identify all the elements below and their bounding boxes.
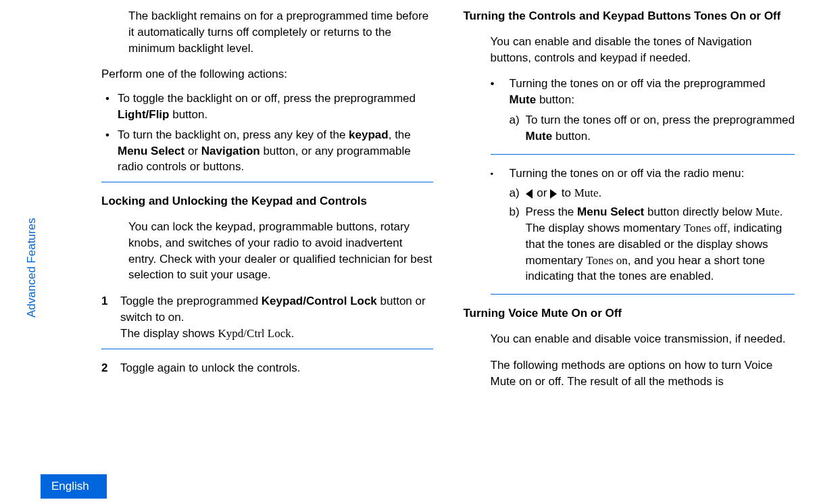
divider [491, 154, 795, 155]
step-number: 1 [101, 293, 120, 341]
bullet-icon: • [101, 91, 118, 123]
sub-step-letter: a) [510, 112, 526, 145]
page-content: The backlight remains on for a preprogra… [0, 0, 815, 504]
actions-list: • To toggle the backlight on or off, pre… [101, 91, 433, 175]
perform-intro: Perform one of the following actions: [101, 66, 433, 82]
step-item: 1 Toggle the preprogrammed Keypad/Contro… [101, 293, 433, 341]
list-item: • To toggle the backlight on or off, pre… [101, 91, 433, 123]
backlight-note: The backlight remains on for a preprogra… [128, 8, 433, 56]
section-heading: Turning Voice Mute On or Off [464, 305, 795, 322]
step-text: Toggle the preprogrammed Keypad/Control … [120, 293, 433, 341]
left-arrow-icon [526, 189, 533, 199]
section-heading: Turning the Controls and Keypad Buttons … [464, 8, 795, 24]
sub-step-letter: a) [510, 185, 526, 201]
bullet-icon: • [491, 166, 510, 288]
divider [101, 182, 433, 182]
left-column: The backlight remains on for a preprogra… [101, 0, 433, 504]
right-column: Turning the Controls and Keypad Buttons … [464, 0, 795, 504]
right-arrow-icon [550, 189, 557, 199]
method-list: • Turning the tones on or off via the pr… [491, 76, 795, 147]
voice-intro: You can enable and disable voice transmi… [491, 331, 795, 347]
list-item: • To turn the backlight on, press any ke… [101, 127, 433, 175]
step-item: 2 Toggle again to unlock the controls. [101, 360, 433, 376]
divider [491, 294, 795, 295]
section-heading: Locking and Unlocking the Keypad and Con… [101, 193, 433, 209]
step-number: 2 [101, 360, 120, 376]
sub-step-text: or to Mute. [526, 185, 795, 201]
list-item-body: Turning the tones on or off via the prep… [510, 76, 795, 147]
list-item: • Turning the tones on or off via the ra… [491, 166, 795, 288]
method-list: • Turning the tones on or off via the ra… [491, 166, 795, 288]
sub-step-item: b) Press the Menu Select button directly… [510, 204, 795, 284]
bullet-icon: • [491, 76, 510, 147]
sub-step-text: To turn the tones off or on, press the p… [526, 112, 795, 145]
voice-para: The following methods are options on how… [491, 357, 795, 390]
sub-step-item: a) or to Mute. [510, 185, 795, 201]
sub-steps-list: a) or to Mute. b) Press the Menu Select … [510, 185, 795, 284]
divider [101, 349, 433, 349]
step-text: Toggle again to unlock the controls. [120, 360, 433, 376]
list-item-text: To toggle the backlight on or off, press… [118, 91, 433, 123]
bullet-icon: • [101, 127, 118, 175]
language-tab: English [41, 474, 107, 499]
steps-list: 2 Toggle again to unlock the controls. [101, 360, 433, 376]
section-label: Advanced Features [24, 218, 40, 318]
list-item-text: To turn the backlight on, press any key … [118, 127, 433, 175]
list-item-body: Turning the tones on or off via the radi… [510, 166, 795, 288]
lock-intro: You can lock the keypad, programmable bu… [128, 219, 433, 283]
sub-step-item: a) To turn the tones off or on, press th… [510, 112, 795, 145]
steps-list: 1 Toggle the preprogrammed Keypad/Contro… [101, 293, 433, 341]
tones-intro: You can enable and disable the tones of … [491, 34, 795, 66]
sub-step-text: Press the Menu Select button directly be… [526, 204, 795, 284]
sub-step-letter: b) [510, 204, 526, 284]
sub-steps-list: a) To turn the tones off or on, press th… [510, 112, 795, 145]
list-item: • Turning the tones on or off via the pr… [491, 76, 795, 147]
